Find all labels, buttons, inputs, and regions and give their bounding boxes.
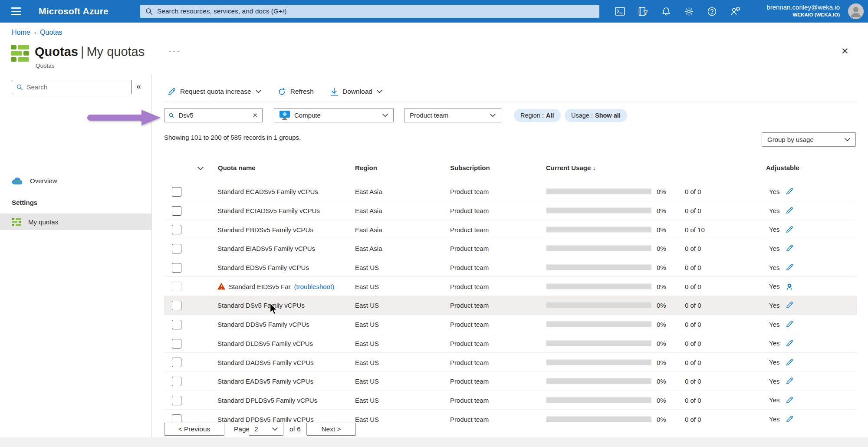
table-row[interactable]: Standard DSv5 Family vCPUs East US Produ… <box>164 296 857 315</box>
table-row[interactable]: Standard ECIADSv5 Family vCPUs East Asia… <box>164 201 857 220</box>
column-adjustable[interactable]: Adjustable <box>766 164 799 171</box>
help-icon[interactable] <box>700 0 723 23</box>
hamburger-menu-icon[interactable] <box>6 0 26 23</box>
row-checkbox[interactable] <box>172 206 181 216</box>
row-checkbox[interactable] <box>172 301 181 310</box>
account-info[interactable]: brennan.conley@weka.io WEKAIO (WEKA.IO) <box>766 3 840 18</box>
quota-subscription: Product team <box>450 226 489 233</box>
column-quota-name[interactable]: Quota name <box>218 164 256 171</box>
row-checkbox[interactable] <box>172 396 181 405</box>
sidebar-item-label: My quotas <box>28 218 58 226</box>
sidebar-search[interactable] <box>12 80 132 94</box>
table-row[interactable]: Standard DLDSv5 Family vCPUs East US Pro… <box>164 334 857 353</box>
usage-percent: 0% <box>657 264 666 271</box>
sidebar-item-my-quotas[interactable]: My quotas <box>0 214 152 230</box>
chevron-down-icon <box>256 90 261 93</box>
table-row[interactable]: Standard DPLDSv5 Family vCPUs East US Pr… <box>164 391 857 410</box>
table-row[interactable]: Standard DDSv5 Family vCPUs East US Prod… <box>164 315 857 334</box>
edit-pencil-icon[interactable] <box>786 187 793 195</box>
row-checkbox[interactable] <box>172 358 181 367</box>
table-row[interactable]: Standard EBDSv5 Family vCPUs East Asia P… <box>164 220 857 239</box>
notifications-icon[interactable] <box>654 0 677 23</box>
page-title: Quotas|My quotas <box>35 45 145 59</box>
row-checkbox[interactable] <box>172 377 181 386</box>
subscription-dropdown[interactable]: Product team <box>404 108 501 122</box>
edit-pencil-icon[interactable] <box>786 226 793 233</box>
refresh-button[interactable]: Refresh <box>278 88 314 96</box>
edit-pencil-icon[interactable] <box>786 301 793 309</box>
quota-region: East Asia <box>355 226 382 233</box>
column-region[interactable]: Region <box>355 164 377 171</box>
edit-pencil-icon[interactable] <box>786 396 793 404</box>
adjustable-value: Yes <box>769 207 779 214</box>
sidebar-item-overview[interactable]: Overview <box>0 172 152 189</box>
breadcrumb-quotas[interactable]: Quotas <box>40 29 62 36</box>
breadcrumb-home[interactable]: Home <box>12 29 30 36</box>
page-select[interactable]: 2 <box>249 423 283 436</box>
table-row[interactable]: Standard EDSv5 Family vCPUs East US Prod… <box>164 258 857 277</box>
compute-icon <box>279 111 290 120</box>
group-by-dropdown[interactable]: Group by usage <box>762 132 856 147</box>
provider-dropdown[interactable]: Compute <box>274 108 394 122</box>
column-subscription[interactable]: Subscription <box>450 164 490 171</box>
usage-filter-pill[interactable]: Usage : Show all <box>565 109 627 122</box>
row-checkbox[interactable] <box>172 244 181 253</box>
region-filter-pill[interactable]: Region : All <box>514 109 561 122</box>
row-checkbox[interactable] <box>172 339 181 348</box>
edit-pencil-icon[interactable] <box>786 207 793 214</box>
title-more-button[interactable]: ··· <box>168 46 181 57</box>
sidebar-collapse-button[interactable]: « <box>136 82 141 91</box>
global-search[interactable] <box>140 5 599 18</box>
clear-filter-icon[interactable]: ✕ <box>252 112 258 119</box>
quota-region: East US <box>355 378 379 385</box>
settings-gear-icon[interactable] <box>677 0 700 23</box>
quota-subscription: Product team <box>450 302 489 309</box>
warning-icon <box>217 283 225 290</box>
column-current-usage[interactable]: Current Usage ↓ <box>546 164 596 171</box>
sidebar-item-label: Overview <box>30 177 57 184</box>
troubleshoot-link[interactable]: (troubleshoot) <box>294 283 335 290</box>
table-row[interactable]: Standard DPDSv5 Family vCPUs East US Pro… <box>164 409 857 423</box>
row-checkbox[interactable] <box>172 263 181 273</box>
pencil-icon <box>168 88 176 96</box>
edit-pencil-icon[interactable] <box>786 339 793 347</box>
table-row[interactable]: Standard EIADSv5 Family vCPUs East Asia … <box>164 239 857 258</box>
table-row[interactable]: Standard DADSv5 Family vCPUs East US Pro… <box>164 352 857 371</box>
brand-title[interactable]: Microsoft Azure <box>39 0 108 23</box>
global-search-input[interactable] <box>157 7 594 15</box>
close-blade-icon[interactable]: ✕ <box>841 46 849 56</box>
row-checkbox[interactable] <box>172 187 181 197</box>
edit-pencil-icon[interactable] <box>786 320 793 328</box>
sidebar-search-input[interactable] <box>27 83 127 91</box>
usage-count: 0 of 0 <box>685 302 701 309</box>
directory-filter-icon[interactable] <box>631 0 654 23</box>
edit-pencil-icon[interactable] <box>786 263 793 271</box>
edit-pencil-icon[interactable] <box>786 244 793 252</box>
edit-pencil-icon[interactable] <box>786 377 793 385</box>
previous-page-button[interactable]: < Previous <box>164 423 224 436</box>
edit-pencil-icon[interactable] <box>786 358 793 366</box>
table-row[interactable]: Standard EADSv5 Family vCPUs East US Pro… <box>164 371 857 391</box>
next-page-button[interactable]: Next > <box>306 423 356 436</box>
usage-filter-label: Usage : <box>571 112 593 119</box>
quota-filter-search[interactable]: ✕ <box>164 108 263 122</box>
quota-name: Standard DADSv5 Family vCPUs <box>217 358 314 366</box>
quota-filter-input[interactable] <box>178 112 248 119</box>
table-row[interactable]: Standard ECADSv5 Family vCPUs East Asia … <box>164 182 857 201</box>
row-checkbox[interactable] <box>172 225 181 234</box>
table-row[interactable]: Standard EIDSv5 Far (troubleshoot) East … <box>164 276 857 296</box>
download-button[interactable]: Download <box>330 88 382 96</box>
request-quota-increase-button[interactable]: Request quota increase <box>168 88 261 96</box>
quota-region: East US <box>355 339 379 347</box>
cloud-shell-icon[interactable] <box>608 0 631 23</box>
usage-percent: 0% <box>657 378 666 385</box>
support-request-icon[interactable] <box>786 283 793 290</box>
row-checkbox[interactable] <box>172 320 181 329</box>
adjustable-value: Yes <box>769 302 779 309</box>
feedback-icon[interactable] <box>723 0 746 23</box>
quota-subscription: Product team <box>450 321 489 328</box>
row-checkbox[interactable] <box>172 282 181 291</box>
avatar[interactable] <box>848 3 864 19</box>
refresh-icon <box>278 88 286 96</box>
group-collapse-icon[interactable] <box>197 167 204 171</box>
